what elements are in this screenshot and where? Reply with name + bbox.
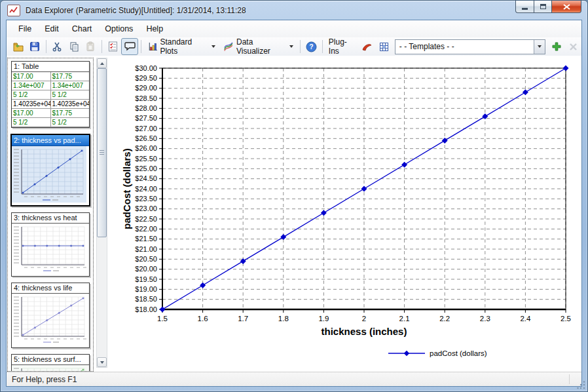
x-tick-label: 2.3 bbox=[480, 315, 490, 323]
thumbnail-mini-chart bbox=[12, 224, 88, 273]
toolbar-separator bbox=[300, 40, 301, 53]
chevron-down-icon bbox=[211, 45, 215, 48]
open-button[interactable] bbox=[10, 38, 26, 55]
menu-file[interactable]: File bbox=[12, 22, 38, 36]
y-tick-label: $23.00 bbox=[135, 205, 157, 212]
thumbnail-table[interactable]: 1: Table$17.00$17.751.34e+0071.34e+0075 … bbox=[11, 61, 90, 128]
window-controls bbox=[515, 1, 581, 13]
copy-button[interactable] bbox=[65, 38, 82, 55]
menu-chart[interactable]: Chart bbox=[65, 22, 99, 36]
y-tick-label: $19.50 bbox=[135, 275, 157, 283]
maximize-icon bbox=[540, 4, 546, 9]
plugin-swoosh-button[interactable] bbox=[359, 38, 375, 55]
open-folder-icon bbox=[12, 41, 24, 52]
add-template-button[interactable] bbox=[548, 38, 564, 55]
delete-template-button[interactable] bbox=[565, 38, 581, 55]
data-point bbox=[321, 210, 327, 216]
plus-icon bbox=[552, 42, 561, 51]
x-tick-label: 2.2 bbox=[439, 315, 450, 323]
menu-edit[interactable]: Edit bbox=[38, 22, 65, 36]
y-tick-label: $29.50 bbox=[135, 74, 157, 82]
table-cell: 1.40235e+041 bbox=[12, 100, 50, 109]
red-swoosh-icon bbox=[361, 42, 373, 52]
chevron-down-icon bbox=[538, 45, 542, 48]
title-bar: Data Explorer (Parametric Study)[Untitle… bbox=[1, 1, 587, 20]
window-title: Data Explorer (Parametric Study)[Untitle… bbox=[26, 6, 246, 15]
y-tick-label: $26.50 bbox=[135, 134, 157, 142]
data-visualizer-label: Data Visualizer bbox=[236, 37, 285, 56]
thumbnail-scrollbar[interactable] bbox=[96, 58, 107, 368]
y-tick-label: $24.00 bbox=[135, 185, 157, 193]
y-tick-label: $25.00 bbox=[135, 165, 157, 172]
table-cell: 5.23 bbox=[50, 127, 89, 128]
table-cell: 5 1/2 bbox=[50, 90, 89, 100]
chevron-down-icon bbox=[289, 45, 293, 48]
scrollbar-thumb[interactable] bbox=[97, 68, 107, 237]
thumbnail-thickness-vs-heat[interactable]: 3: thickness vs heat bbox=[11, 212, 90, 277]
scroll-down-button[interactable] bbox=[97, 357, 107, 367]
resize-grip[interactable] bbox=[577, 381, 586, 390]
table-cell: $17.75 bbox=[50, 109, 89, 118]
close-button[interactable] bbox=[552, 1, 581, 13]
x-icon bbox=[569, 43, 578, 51]
toolbar-separator bbox=[141, 40, 141, 53]
templates-combobox[interactable]: - - Templates - - bbox=[395, 39, 545, 54]
menu-bar: FileEditChartOptionsHelp bbox=[7, 20, 581, 38]
data-point bbox=[160, 307, 166, 313]
arrow-up-icon bbox=[100, 62, 104, 65]
annotations-button[interactable] bbox=[121, 38, 138, 55]
scroll-up-button[interactable] bbox=[97, 58, 107, 68]
y-tick-label: $23.50 bbox=[135, 195, 157, 203]
table-cell: 5 1/2 bbox=[12, 90, 50, 100]
legend-marker-icon bbox=[404, 351, 409, 356]
y-tick-label: $20.00 bbox=[135, 265, 157, 273]
table-row: 5.235.23 bbox=[12, 127, 89, 128]
data-point bbox=[200, 283, 206, 288]
window-body: FileEditChartOptionsHelp bbox=[6, 20, 582, 387]
table-row: 1.34e+0071.34e+007 bbox=[12, 81, 89, 90]
cut-button[interactable] bbox=[49, 38, 65, 55]
thumbnail-thickness-vs-life[interactable]: 4: thickness vs life bbox=[11, 283, 90, 348]
thumbnail-mini-chart bbox=[12, 294, 88, 345]
templates-dropdown-button[interactable] bbox=[534, 40, 545, 54]
plugins-label: Plug-Ins bbox=[325, 37, 359, 56]
minimize-button[interactable] bbox=[515, 1, 534, 13]
y-tick-label: $30.00 bbox=[135, 64, 157, 72]
help-icon: ? bbox=[306, 41, 317, 52]
plugin-grid-button[interactable] bbox=[375, 38, 392, 55]
data-visualizer-dropdown[interactable]: Data Visualizer bbox=[219, 39, 297, 54]
table-row: 5 1/25 1/2 bbox=[12, 90, 89, 100]
paste-button[interactable] bbox=[83, 38, 99, 55]
thumbnail-thickness-vs-padcost[interactable]: 2: thickness vs pad... bbox=[10, 134, 90, 206]
thumbnail-mini-chart bbox=[12, 365, 88, 372]
y-tick-label: $21.00 bbox=[135, 245, 157, 253]
standard-plots-dropdown[interactable]: Standard Plots bbox=[144, 39, 220, 54]
table-cell: 5 1/2 bbox=[12, 118, 50, 127]
table-cell: $17.00 bbox=[12, 109, 50, 118]
x-tick-label: 1.8 bbox=[278, 315, 289, 323]
thumbnail-thickness-vs-surface[interactable]: 5: thickness vs surf... bbox=[11, 354, 90, 372]
main-chart: $18.00$18.50$19.00$19.50$20.00$20.50$21.… bbox=[113, 57, 581, 372]
cut-scissors-icon bbox=[52, 41, 62, 52]
app-window: Data Explorer (Parametric Study)[Untitle… bbox=[0, 0, 588, 392]
arrow-down-icon bbox=[100, 361, 104, 364]
checklist-icon bbox=[108, 41, 118, 52]
save-button[interactable] bbox=[26, 38, 43, 55]
help-button[interactable]: ? bbox=[303, 38, 319, 55]
x-tick-label: 1.5 bbox=[157, 315, 168, 323]
table-cell: 5.23 bbox=[12, 127, 50, 128]
x-axis-title: thickness (inches) bbox=[322, 326, 407, 337]
thumbnail-panel: 1: Table$17.00$17.751.34e+0071.34e+0075 … bbox=[7, 58, 94, 372]
close-icon bbox=[563, 4, 570, 10]
maximize-button[interactable] bbox=[534, 1, 552, 13]
standard-plots-label: Standard Plots bbox=[160, 37, 208, 56]
menu-help[interactable]: Help bbox=[139, 22, 170, 36]
y-tick-label: $29.00 bbox=[135, 84, 157, 92]
svg-text:?: ? bbox=[309, 43, 313, 50]
menu-options[interactable]: Options bbox=[98, 22, 139, 36]
status-text: For Help, press F1 bbox=[7, 375, 77, 384]
data-point bbox=[563, 66, 569, 71]
toolbar-separator bbox=[322, 40, 323, 53]
parametric-list-button[interactable] bbox=[105, 38, 121, 55]
y-tick-label: $26.00 bbox=[135, 144, 157, 152]
